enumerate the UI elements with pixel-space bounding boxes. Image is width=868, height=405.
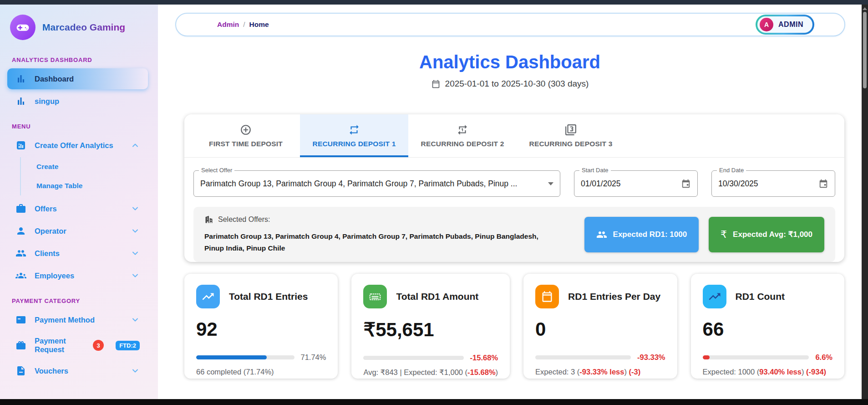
expected-avg-badge: ₹ Expected Avg: ₹1,000: [709, 217, 824, 252]
scrollbar-thumb[interactable]: [863, 12, 867, 88]
tab-first-time-deposit[interactable]: FIRST TIME DEPOSIT: [192, 114, 300, 157]
banknote-icon: [363, 285, 387, 308]
filter-3-icon: [565, 124, 577, 136]
page-title: Analytics Dashboard: [158, 52, 862, 72]
sidebar-item-label: Payment Method: [35, 316, 95, 324]
filters-row: Select Offer Parimatch Group 13, Parimat…: [184, 158, 844, 207]
sidebar-subitem-create[interactable]: Create: [32, 157, 158, 176]
sidebar-item-create-offer-analytics[interactable]: Create Offer Analytics: [7, 135, 148, 156]
scroll-up-icon[interactable]: [863, 7, 867, 10]
admin-chip-inner: A ADMIN: [757, 16, 812, 33]
selected-offers-text-block: Selected Offers: Parimatch Group 13, Par…: [204, 215, 550, 254]
tab-recurring-deposit-3[interactable]: RECURRING DEPOSIT 3: [517, 114, 625, 157]
sidebar-item-payment-method[interactable]: Payment Method: [7, 309, 148, 330]
progress-bar: [196, 355, 294, 359]
sidebar-item-offers[interactable]: Offers: [7, 198, 148, 219]
calendar-picker-icon[interactable]: [818, 179, 828, 189]
select-offer-dropdown[interactable]: Select Offer Parimatch Group 13, Parimat…: [193, 170, 560, 197]
select-offer-label: Select Offer: [199, 167, 234, 174]
sidebar-item-dashboard[interactable]: Dashboard: [7, 68, 148, 89]
sidebar-subitem-manage-table[interactable]: Manage Table: [32, 176, 158, 195]
people-icon: [596, 229, 607, 240]
people-icon: [15, 248, 26, 259]
stat-card-value: ₹55,651: [363, 318, 498, 341]
admin-user-button[interactable]: A ADMIN: [756, 15, 814, 35]
stat-card-value: 92: [196, 318, 326, 340]
calendar-icon: [535, 285, 559, 308]
brand[interactable]: Marcadeo Gaming: [0, 5, 158, 46]
progress-bar: [363, 356, 463, 360]
building-icon: [204, 215, 213, 224]
sidebar-item-clients[interactable]: Clients: [7, 243, 148, 264]
trending-up-icon: [196, 285, 220, 308]
person-icon: [15, 226, 26, 236]
tab-label: FIRST TIME DEPOSIT: [209, 140, 283, 148]
gift-icon: [15, 340, 26, 351]
sidebar-item-payment-request[interactable]: Payment Request 3 FTD:2: [7, 332, 148, 359]
chevron-down-icon: [131, 249, 140, 258]
deposit-tabs: FIRST TIME DEPOSIT RECURRING DEPOSIT 1 R…: [184, 114, 844, 158]
tab-recurring-deposit-1[interactable]: RECURRING DEPOSIT 1: [300, 114, 408, 157]
progress-percent: 6.6%: [815, 353, 832, 362]
stat-card-footer: 66 completed (71.74%): [196, 368, 326, 376]
chevron-down-icon: [131, 315, 140, 324]
chevron-down-icon: [131, 226, 140, 236]
breadcrumb-home-link[interactable]: Home: [249, 21, 269, 29]
bar-chart-icon: [15, 96, 26, 107]
sidebar-item-label: Dashboard: [35, 75, 74, 83]
plus-circle-icon: [240, 124, 252, 136]
stat-card-total-rd1-amount: Total RD1 Amount ₹55,651 -15.68% Avg: ₹8…: [351, 274, 510, 379]
deposit-panel: FIRST TIME DEPOSIT RECURRING DEPOSIT 1 R…: [184, 114, 844, 262]
breadcrumb-admin-link[interactable]: Admin: [217, 21, 239, 29]
stat-card-title: Total RD1 Amount: [396, 291, 478, 302]
avatar: A: [760, 18, 773, 31]
sidebar-item-vouchers[interactable]: Vouchers: [7, 360, 148, 381]
stat-card-footer: Expected: 1000 (93.40% less) (-934): [703, 368, 832, 376]
chart-box-icon: [15, 140, 26, 151]
end-date-input[interactable]: End Date 10/30/2025: [711, 170, 835, 197]
date-range-row: 2025-01-01 to 2025-10-30 (303 days): [158, 79, 862, 89]
sidebar-item-operator[interactable]: Operator: [7, 220, 148, 241]
selected-offers-label: Selected Offers:: [218, 215, 270, 224]
trending-up-icon: [703, 285, 726, 308]
stat-card-rd1-entries-per-day: RD1 Entries Per Day 0 -93.33% Expected: …: [523, 274, 677, 379]
chevron-down-icon: [131, 204, 140, 213]
expected-avg-text: Expected Avg: ₹1,000: [733, 230, 812, 239]
stat-card-title: RD1 Count: [736, 291, 785, 302]
stat-cards-row: Total RD1 Entries 92 71.74% 66 completed…: [184, 274, 844, 379]
section-payment-category: PAYMENT CATEGORY: [0, 287, 158, 308]
admin-label: ADMIN: [778, 21, 803, 29]
sidebar-item-label: Vouchers: [35, 367, 68, 375]
select-offer-value: Parimatch Group 13, Parimatch Group 4, P…: [200, 179, 517, 189]
stat-card-title: RD1 Entries Per Day: [568, 291, 660, 302]
progress-percent: -93.33%: [637, 353, 665, 362]
stat-card-total-rd1-entries: Total RD1 Entries 92 71.74% 66 completed…: [184, 274, 338, 379]
rupee-icon: ₹: [721, 229, 727, 241]
dropdown-arrow-icon: [548, 182, 553, 185]
credit-card-icon: [15, 314, 26, 325]
briefcase-icon: [15, 203, 26, 214]
tab-label: RECURRING DEPOSIT 2: [421, 140, 504, 148]
calendar-picker-icon[interactable]: [681, 179, 691, 189]
progress-bar: [535, 355, 631, 359]
vertical-scrollbar[interactable]: [862, 5, 868, 399]
start-date-input[interactable]: Start Date 01/01/2025: [574, 170, 698, 197]
sidebar-item-employees[interactable]: Employees: [7, 265, 148, 286]
tab-label: RECURRING DEPOSIT 1: [313, 140, 396, 148]
sidebar-item-label: Employees: [35, 272, 74, 280]
chevron-up-icon: [131, 141, 140, 150]
gamepad-logo-icon: [10, 15, 36, 40]
document-icon: [15, 365, 26, 376]
breadcrumb: Admin / Home: [217, 21, 269, 29]
start-date-label: Start Date: [579, 167, 611, 174]
stat-card-footer: Expected: 3 (-93.33% less) (-3): [535, 368, 665, 376]
calendar-icon: [431, 79, 441, 89]
expected-rd1-text: Expected RD1: 1000: [613, 230, 687, 239]
stat-card-value: 0: [535, 318, 665, 340]
sidebar-item-singup[interactable]: singup: [7, 91, 148, 112]
sidebar-item-label: Payment Request: [35, 337, 80, 354]
stat-card-footer: Avg: ₹843 | Expected: ₹1,000 (-15.68%): [363, 368, 498, 377]
tab-recurring-deposit-2[interactable]: RECURRING DEPOSIT 2: [408, 114, 517, 157]
selected-offers-box: Selected Offers: Parimatch Group 13, Par…: [193, 207, 835, 262]
selected-offers-value: Parimatch Group 13, Parimatch Group 4, P…: [204, 231, 550, 254]
